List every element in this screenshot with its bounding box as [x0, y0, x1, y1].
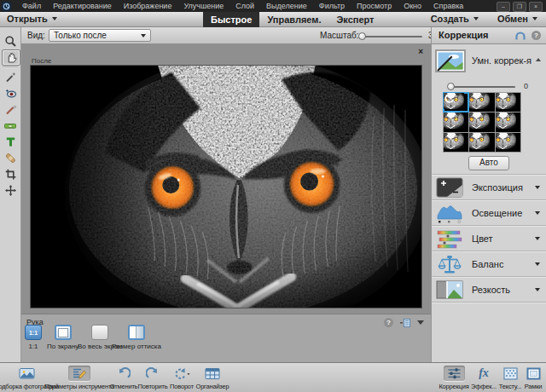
- adjustments-label: Коррекция: [439, 383, 468, 390]
- undo-button[interactable]: Отменить: [109, 366, 138, 390]
- taskbar: Подборка фотографий Параметры инструмент…: [0, 362, 546, 392]
- chevron-down-icon: [535, 186, 540, 189]
- menu-layer[interactable]: Слой: [229, 0, 260, 12]
- zoom-1-1-button[interactable]: 1:1 1:1: [25, 325, 42, 350]
- menu-view[interactable]: Просмотр: [351, 0, 398, 12]
- close-button[interactable]: ×: [529, 2, 543, 12]
- section-balance[interactable]: Баланс: [432, 251, 546, 277]
- menu-help[interactable]: Справка: [427, 0, 469, 12]
- zoom-label: Масштаб:: [320, 31, 359, 40]
- rotate-icon: [173, 367, 190, 380]
- preview-thumb[interactable]: [469, 112, 494, 131]
- help-icon[interactable]: ?: [531, 31, 541, 40]
- menu-enhance[interactable]: Улучшение: [177, 0, 229, 12]
- textures-icon: [503, 367, 518, 380]
- zoom-1-1-caption: 1:1: [28, 343, 38, 350]
- crop-tool-icon[interactable]: [2, 167, 19, 182]
- section-color[interactable]: Цвет: [432, 226, 546, 251]
- view-options-bar: Вид: Только после Масштаб: 31%: [21, 27, 431, 44]
- view-dropdown[interactable]: Только после: [49, 29, 151, 42]
- smart-fix-preview-grid: [443, 92, 521, 153]
- menu-select[interactable]: Выделение: [260, 0, 313, 12]
- mode-tabs: Быстрое Управляем. Эксперт: [203, 12, 382, 27]
- print-size-button[interactable]: Размер оттиска: [112, 325, 161, 350]
- undo-label: Отменить: [110, 383, 138, 390]
- red-eye-tool-icon[interactable]: [2, 86, 19, 101]
- preview-thumb[interactable]: [496, 133, 520, 152]
- preview-thumb-selected[interactable]: [444, 93, 468, 112]
- section-label: Резкость: [472, 285, 510, 295]
- share-button[interactable]: Обмен: [497, 14, 537, 24]
- fit-screen-caption: По экрану: [47, 343, 78, 350]
- menu-edit[interactable]: Редактирование: [47, 0, 118, 12]
- section-sharpness[interactable]: Резкость: [432, 277, 546, 303]
- preview-thumb[interactable]: [469, 93, 494, 112]
- section-label: Баланс: [472, 259, 503, 269]
- tool-options-label: Параметры инструмента: [44, 383, 114, 390]
- open-label: Открыть: [7, 14, 48, 24]
- menu-window[interactable]: Окно: [398, 0, 427, 12]
- preview-thumb[interactable]: [469, 133, 494, 152]
- adjustments-panel: Умн. коррек-я 0 Авто Экспозиция Освещени…: [431, 44, 546, 362]
- zoom-tool-icon[interactable]: [2, 34, 19, 49]
- preview-thumb[interactable]: [444, 112, 468, 131]
- textures-label: Тексту...: [499, 383, 521, 390]
- hand-tool-icon[interactable]: [2, 49, 20, 66]
- organizer-button[interactable]: Органайзер: [195, 366, 229, 390]
- reset-panel-icon[interactable]: [514, 30, 526, 41]
- open-button[interactable]: Открыть: [7, 14, 57, 24]
- minimize-button[interactable]: –: [497, 2, 510, 12]
- adjustments-button[interactable]: Коррекция: [437, 366, 471, 390]
- rotate-button[interactable]: Поворот: [167, 366, 196, 390]
- preview-thumb[interactable]: [496, 112, 520, 131]
- redo-button[interactable]: Повторить: [137, 366, 168, 390]
- spot-healing-tool-icon[interactable]: [2, 151, 19, 165]
- create-button[interactable]: Создать: [431, 14, 479, 24]
- preview-thumb[interactable]: [496, 93, 520, 112]
- preview-thumb[interactable]: [444, 133, 468, 152]
- tab-guided[interactable]: Управляем.: [259, 12, 328, 27]
- color-bars-icon: [436, 228, 463, 249]
- type-tool-icon[interactable]: [2, 135, 19, 149]
- section-exposure[interactable]: Экспозиция: [432, 175, 546, 200]
- fit-screen-button[interactable]: По экрану: [47, 325, 78, 350]
- textures-button[interactable]: Тексту...: [497, 366, 524, 390]
- organizer-label: Органайзер: [196, 383, 229, 390]
- frames-icon: [526, 367, 541, 380]
- panel-title: Коррекция: [439, 30, 488, 40]
- chevron-down-icon: [535, 262, 540, 266]
- smart-fix-slider-handle[interactable]: [447, 83, 455, 90]
- tool-options-button[interactable]: Параметры инструмента: [53, 366, 106, 390]
- restore-button[interactable]: ❐: [513, 2, 526, 12]
- whiten-teeth-tool-icon[interactable]: [2, 102, 19, 117]
- tool-options-icon: [72, 366, 87, 380]
- auto-button[interactable]: Авто: [468, 156, 509, 170]
- section-lighting[interactable]: Освещение: [432, 200, 546, 226]
- zoom-slider-handle[interactable]: [358, 32, 366, 40]
- frames-button[interactable]: Рамки: [522, 366, 544, 390]
- effects-button[interactable]: fx Эффек...: [470, 366, 497, 390]
- smart-fix-value: 0: [524, 82, 528, 90]
- panel-menu-icon[interactable]: [400, 319, 410, 327]
- menu-file[interactable]: Файл: [16, 0, 47, 12]
- straighten-tool-icon[interactable]: [2, 118, 19, 133]
- chevron-down-icon: [535, 288, 540, 291]
- smart-fix-slider[interactable]: [449, 86, 515, 88]
- menu-image[interactable]: Изображение: [118, 0, 178, 12]
- tab-expert[interactable]: Эксперт: [328, 12, 381, 27]
- document-close-icon[interactable]: ×: [418, 48, 423, 56]
- zoom-slider[interactable]: [361, 36, 422, 37]
- tab-quick[interactable]: Быстрое: [203, 12, 259, 27]
- toolbox: [0, 27, 21, 362]
- collapse-section-icon[interactable]: [536, 58, 541, 61]
- move-tool-icon[interactable]: [2, 183, 19, 198]
- menubar: Файл Редактирование Изображение Улучшени…: [0, 0, 546, 12]
- help-icon[interactable]: ?: [384, 318, 393, 327]
- quick-selection-tool-icon[interactable]: [2, 70, 19, 84]
- rotate-label: Поворот: [170, 383, 194, 390]
- chevron-down-icon: [141, 34, 146, 37]
- smart-fix-label[interactable]: Умн. коррек-я: [469, 55, 534, 66]
- menu-filter[interactable]: Фильтр: [313, 0, 351, 12]
- header-bar: Открыть Быстрое Управляем. Эксперт Созда…: [0, 12, 546, 27]
- collapse-panel-icon[interactable]: [417, 320, 424, 325]
